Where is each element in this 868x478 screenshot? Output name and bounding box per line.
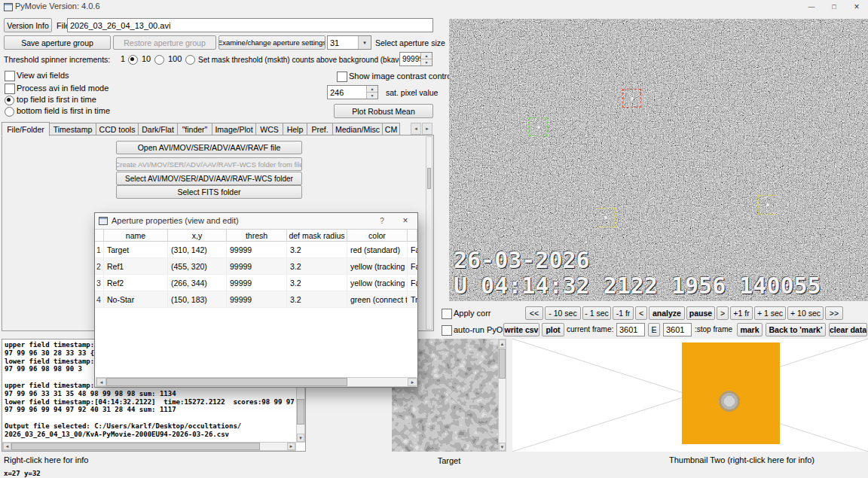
file-input[interactable]: 2026_03_26_04_13_00.avi [67, 18, 433, 32]
cell-thresh[interactable]: 99999 [227, 242, 287, 258]
aperture-box-red[interactable] [622, 89, 641, 108]
sat-pixel-spinner[interactable]: 246 ▲▼ [327, 85, 378, 99]
view-avi-fields-label[interactable]: View avi fields [17, 71, 69, 80]
tab-cm[interactable]: CM [382, 123, 400, 135]
clear-data-button[interactable]: clear data [829, 323, 867, 336]
stop-frame-input[interactable]: 3601 [663, 323, 692, 336]
cell-name[interactable]: Ref2 [104, 275, 168, 291]
write-csv-button[interactable]: write csv [503, 323, 539, 336]
tab-dark-flat[interactable]: Dark/Flat [138, 123, 178, 135]
bottom-field-first-radio[interactable] [5, 107, 14, 117]
cell-xy[interactable]: (150, 183) [168, 291, 227, 308]
dialog-hscrollbar[interactable]: ◄ ► [96, 377, 417, 387]
fast-forward-button[interactable]: >> [825, 306, 843, 320]
dialog-hscrollbar-thumb[interactable] [106, 378, 347, 386]
cell-thresh[interactable]: 99999 [227, 275, 287, 291]
examine-aperture-settings-button[interactable]: Examine/change aperture settings [219, 35, 326, 50]
process-field-mode-checkbox[interactable] [5, 84, 15, 94]
dialog-help-button[interactable]: ? [372, 214, 392, 227]
dialog-titlebar[interactable]: Aperture properties (view and edit) ? × [95, 213, 417, 230]
log-hscrollbar-thumb[interactable] [11, 443, 260, 450]
scroll-left-icon[interactable]: ◄ [96, 378, 106, 386]
column-header-color[interactable]: color [347, 229, 408, 242]
increment-1-radio[interactable] [128, 55, 138, 65]
target-vscrollbar-thumb[interactable] [499, 349, 506, 379]
dialog-close-button[interactable]: × [395, 214, 416, 227]
table-row[interactable]: 4 No-Star (150, 183) 99999 3.2 green (co… [95, 291, 417, 308]
cell-xy[interactable]: (266, 344) [168, 275, 227, 291]
open-file-button[interactable]: Open AVI/MOV/SER/ADV/AAV/RAVF file [116, 141, 302, 154]
aperture-size-combobox[interactable]: 31 ▼ [327, 35, 371, 50]
cell-extra[interactable]: Fa [408, 242, 417, 258]
plot-button[interactable]: plot [542, 323, 564, 336]
apply-corr-label[interactable]: Apply corr [454, 309, 491, 318]
plot-robust-mean-button[interactable]: Plot Robust Mean [334, 104, 433, 118]
tab-help[interactable]: Help [283, 123, 307, 135]
table-row[interactable]: 2 Ref1 (455, 320) 99999 3.2 yellow (trac… [95, 258, 417, 275]
cell-extra[interactable]: Fa [408, 275, 417, 291]
rewind-button[interactable]: << [525, 306, 543, 320]
cell-xy[interactable]: (455, 320) [168, 258, 227, 275]
column-header-thresh[interactable]: thresh [227, 229, 287, 242]
log-vscrollbar-thumb[interactable] [297, 399, 304, 425]
create-wcs-folder-button[interactable]: Create AVI/MOV/SER/ADV/AAV/RAVF-WCS fold… [116, 157, 302, 171]
row-number[interactable]: 1 [95, 242, 104, 258]
cell-color[interactable]: yellow (tracking ... [347, 275, 408, 291]
cell-radius[interactable]: 3.2 [287, 275, 347, 291]
target-vscrollbar[interactable]: ▲ ▼ [498, 339, 506, 452]
maximize-button[interactable]: □ [823, 0, 845, 14]
pause-button[interactable]: pause [686, 306, 715, 320]
forward-10-sec-button[interactable]: + 10 sec [787, 306, 824, 320]
thumbnail-two-label[interactable]: Thumbnail Two (right-click here for info… [669, 455, 815, 464]
cell-radius[interactable]: 3.2 [287, 291, 347, 308]
forward-1-frame-button[interactable]: +1 fr [730, 306, 753, 320]
back-1-frame-button[interactable]: -1 fr [613, 306, 634, 320]
scroll-right-icon[interactable]: ► [408, 378, 417, 386]
select-wcs-folder-button[interactable]: Select AVI/MOV/SER/ADV/AAV/RAVF-WCS fold… [116, 172, 302, 185]
cell-extra[interactable]: Fa [408, 258, 417, 275]
restore-aperture-group-button[interactable]: Restore aperture group [113, 35, 216, 50]
aperture-box-yellow-2[interactable] [758, 195, 778, 215]
tab-ccd-tools[interactable]: CCD tools [96, 123, 139, 135]
panel-scrollbar-thumb[interactable] [427, 168, 431, 189]
cell-xy[interactable]: (310, 142) [168, 242, 227, 258]
tab-image-plot[interactable]: Image/Plot [212, 123, 256, 135]
row-number[interactable]: 4 [95, 291, 104, 308]
back-to-mark-button[interactable]: Back to 'mark' [766, 323, 826, 336]
scroll-right-icon[interactable]: ► [287, 443, 295, 450]
step-forward-button[interactable]: > [717, 306, 729, 320]
step-back-button[interactable]: < [635, 306, 647, 320]
show-contrast-label[interactable]: Show image contrast control [349, 72, 454, 81]
titlebar[interactable]: PyMovie Version: 4.0.6 — □ × [0, 0, 868, 14]
cell-thresh[interactable]: 99999 [227, 291, 287, 308]
select-fits-folder-button[interactable]: Select FITS folder [116, 185, 302, 199]
panel-scrollbar[interactable] [426, 136, 432, 330]
version-info-button[interactable]: Version Info [4, 18, 52, 32]
cell-radius[interactable]: 3.2 [287, 242, 347, 258]
increment-10-label[interactable]: 10 [142, 54, 151, 63]
back-1-sec-button[interactable]: - 1 sec [582, 306, 611, 320]
spinner-arrows[interactable]: ▲▼ [420, 53, 432, 65]
row-number[interactable]: 2 [95, 258, 104, 275]
cell-color[interactable]: red (standard) [347, 242, 408, 258]
show-contrast-checkbox[interactable] [337, 72, 347, 82]
error-button[interactable]: E [648, 323, 660, 336]
increment-1-label[interactable]: 1 [121, 54, 125, 63]
cell-name[interactable]: Target [104, 242, 168, 258]
scroll-down-icon[interactable]: ▼ [297, 434, 304, 442]
auto-run-pyote-checkbox[interactable] [442, 325, 452, 336]
increment-10-radio[interactable] [154, 55, 164, 65]
aperture-box-yellow-1[interactable] [596, 208, 616, 227]
table-row[interactable]: 3 Ref2 (266, 344) 99999 3.2 yellow (trac… [95, 275, 417, 291]
scroll-up-icon[interactable]: ▲ [499, 339, 506, 348]
spinner-arrows[interactable]: ▲▼ [366, 86, 377, 99]
mark-button[interactable]: mark [737, 323, 763, 336]
tab-median-misc[interactable]: Median/Misc [332, 123, 383, 135]
cell-radius[interactable]: 3.2 [287, 258, 347, 275]
tab-finder[interactable]: "finder" [177, 123, 212, 135]
scroll-down-icon[interactable]: ▼ [499, 443, 506, 451]
increment-100-label[interactable]: 100 [168, 54, 182, 63]
combo-arrow-icon[interactable]: ▼ [358, 36, 371, 49]
top-field-first-label[interactable]: top field is first in time [17, 95, 96, 104]
process-field-mode-label[interactable]: Process avi in field mode [17, 84, 108, 93]
